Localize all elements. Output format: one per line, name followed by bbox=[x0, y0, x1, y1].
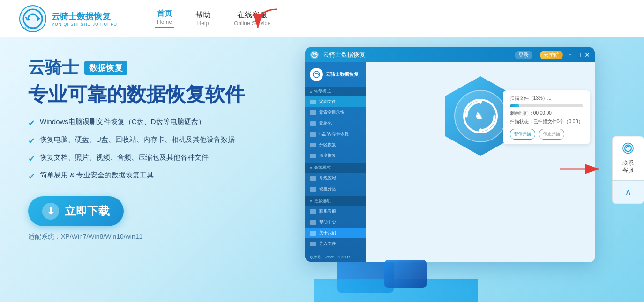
mockup-menu-icon-3 bbox=[310, 121, 316, 126]
red-arrow-nav-svg bbox=[248, 5, 286, 33]
mockup-menu-icon-11 bbox=[310, 231, 316, 236]
mockup-menu-item-5[interactable]: 分区恢复 bbox=[305, 140, 366, 150]
download-button[interactable]: ⬇ 立即下载 bbox=[28, 196, 124, 226]
feature-3-text: 恢复文档、照片、视频、音频、压缩包及其他各种文件 bbox=[40, 152, 209, 163]
nav-home-cn: 首页 bbox=[157, 9, 172, 19]
mockup-menu-icon-5 bbox=[310, 143, 316, 147]
check-icon-4: ✔ bbox=[28, 170, 35, 183]
main-title: 专业可靠的数据恢复软件 bbox=[28, 83, 272, 106]
mockup-menu-icon-2 bbox=[310, 110, 316, 115]
mockup-sidebar-title: 云骑士数据恢复 bbox=[326, 71, 359, 78]
app-mockup: 云骑士数据恢复 登录 云护航 － □ ✕ bbox=[305, 47, 595, 262]
mockup-menu-item-10[interactable]: 帮助中心 bbox=[305, 217, 366, 228]
mockup-version: 版本号：v2021.11.6.111 bbox=[305, 251, 366, 262]
nav-home[interactable]: 首页 Home bbox=[155, 9, 174, 28]
mockup-menu-icon-12 bbox=[310, 242, 316, 246]
scan-buttons: 暂停扫描 停止扫描 bbox=[510, 129, 583, 140]
mockup-menu-item-6[interactable]: 深度恢复 bbox=[305, 150, 366, 161]
right-widgets: 联系客服 ∧ bbox=[612, 136, 644, 204]
mockup-logo-icon bbox=[310, 50, 319, 59]
mockup-menu-item-9[interactable]: 联系客服 bbox=[305, 206, 366, 217]
scan-status: 扫描文件（13%）... bbox=[510, 95, 583, 102]
mockup-maximize[interactable]: □ bbox=[577, 51, 581, 59]
download-icon: ⬇ bbox=[42, 203, 59, 220]
scan-progress-bar bbox=[510, 104, 583, 107]
download-label: 立即下载 bbox=[65, 204, 110, 219]
up-arrow-icon: ∧ bbox=[625, 186, 632, 198]
mockup-menu-item-2[interactable]: 意索空目录恢 bbox=[305, 107, 366, 118]
scan-info-panel: 扫描文件（13%）... 剩余时间：00:00:00 扫描状态：已扫描文件0个（… bbox=[503, 90, 590, 144]
compat-text: 适配系统：XP/Win7/Win8/Win10/win11 bbox=[28, 233, 272, 241]
mockup-menu-item-7[interactable]: 常规区域 bbox=[305, 173, 366, 184]
nav-arrow-indicator bbox=[248, 5, 286, 35]
mockup-menu-icon-9 bbox=[310, 209, 316, 214]
mockup-menu-icon-6 bbox=[310, 154, 316, 158]
deco-shape-2 bbox=[384, 260, 427, 288]
mockup-title: 云骑士数据恢复 bbox=[323, 51, 366, 59]
logo-cn: 云骑士数据恢复 bbox=[52, 11, 117, 22]
header: YUN QI SHI 云骑士数据恢复 YUN QI SHI SHU JU HUI… bbox=[0, 0, 644, 37]
check-icon-2: ✔ bbox=[28, 135, 35, 147]
mockup-menu-item-3[interactable]: 意格化 bbox=[305, 118, 366, 129]
hero-section: 云骑士 数据恢复 专业可靠的数据恢复软件 ✔ Windows电脑误删文件恢复（C… bbox=[0, 37, 291, 302]
red-arrow-right-svg bbox=[560, 160, 607, 178]
nav-home-en: Home bbox=[157, 19, 172, 25]
mockup-section-wait: ≡ 会等模式 常规区域 硬盘分区 bbox=[305, 163, 366, 194]
mockup-login[interactable]: 登录 bbox=[515, 51, 532, 59]
logo-text: 云骑士数据恢复 YUN QI SHI SHU JU HUI FU bbox=[52, 11, 117, 27]
feature-3: ✔ 恢复文档、照片、视频、音频、压缩包及其他各种文件 bbox=[28, 152, 272, 165]
mockup-menu-icon-10 bbox=[310, 220, 316, 225]
scan-progress-fill bbox=[510, 104, 519, 107]
logo-pinyin: YUN QI SHI SHU JU HUI FU bbox=[52, 22, 117, 27]
mockup-close[interactable]: ✕ bbox=[584, 51, 590, 59]
mockup-menu-icon-7 bbox=[310, 176, 316, 181]
logo-icon: YUN QI SHI bbox=[19, 5, 47, 33]
feature-2: ✔ 恢复电脑、硬盘、U盘、回收站、内存卡、相机及其他设备数据 bbox=[28, 134, 272, 147]
mockup-menu-item-11[interactable]: 关于我们 bbox=[305, 228, 366, 238]
mockup-sidebar: 云骑士数据恢复 ≡ 恢复模式 定期文件 bbox=[305, 62, 366, 262]
red-arrow-right bbox=[560, 160, 607, 180]
nav-help-en: Help bbox=[197, 20, 209, 27]
mockup-menu-item-1[interactable]: 定期文件 bbox=[305, 96, 366, 107]
mockup-section-restore: ≡ 恢复模式 定期文件 意索空目录恢 意格 bbox=[305, 87, 366, 161]
contact-widget[interactable]: 联系客服 bbox=[612, 136, 644, 180]
mockup-controls: 登录 云护航 － □ ✕ bbox=[515, 51, 590, 59]
contact-icon bbox=[622, 142, 634, 157]
mockup-sidebar-logo: 云骑士数据恢复 bbox=[305, 62, 366, 87]
mockup-section-restore-header: ≡ 恢复模式 bbox=[305, 87, 366, 96]
feature-1: ✔ Windows电脑误删文件恢复（C盘、D盘等电脑硬盘） bbox=[28, 117, 272, 130]
mockup-section-more: ≡ 更多选项 联系客服 帮助中心 关于我们 bbox=[305, 196, 366, 249]
brand-name: 云骑士 bbox=[28, 56, 79, 79]
features-list: ✔ Windows电脑误删文件恢复（C盘、D盘等电脑硬盘） ✔ 恢复电脑、硬盘、… bbox=[28, 117, 272, 183]
mockup-menu-item-8[interactable]: 硬盘分区 bbox=[305, 184, 366, 194]
mockup-menu-icon-4 bbox=[310, 132, 316, 137]
brand-title: 云骑士 数据恢复 bbox=[28, 56, 272, 79]
mockup-sidebar-icon bbox=[310, 68, 323, 81]
mockup-titlebar: 云骑士数据恢复 登录 云护航 － □ ✕ bbox=[305, 47, 595, 62]
feature-1-text: Windows电脑误删文件恢复（C盘、D盘等电脑硬盘） bbox=[40, 117, 205, 127]
mockup-sidebar-logo-svg bbox=[313, 71, 320, 78]
check-icon-3: ✔ bbox=[28, 153, 35, 165]
svg-text:♞: ♞ bbox=[474, 110, 484, 122]
scan-progress-text: 扫描状态：已扫描文件0个（0.0B） bbox=[510, 118, 583, 125]
nav-help[interactable]: 帮助 Help bbox=[193, 10, 213, 27]
logo: YUN QI SHI 云骑士数据恢复 YUN QI SHI SHU JU HUI… bbox=[19, 5, 117, 33]
mockup-section-more-header: ≡ 更多选项 bbox=[305, 196, 366, 206]
nav-help-cn: 帮助 bbox=[195, 10, 210, 20]
mockup-menu-icon-8 bbox=[310, 187, 316, 192]
contact-svg-icon bbox=[622, 142, 634, 154]
brand-badge: 数据恢复 bbox=[84, 61, 127, 75]
feature-2-text: 恢复电脑、硬盘、U盘、回收站、内存卡、相机及其他设备数据 bbox=[40, 134, 235, 145]
scan-time: 剩余时间：00:00:00 bbox=[510, 110, 583, 117]
svg-text:YUN QI SHI: YUN QI SHI bbox=[23, 27, 39, 29]
mockup-body: 云骑士数据恢复 ≡ 恢复模式 定期文件 bbox=[305, 62, 595, 262]
mockup-menu-item-4[interactable]: U盘/内存卡恢复 bbox=[305, 129, 366, 140]
mockup-vip[interactable]: 云护航 bbox=[540, 51, 563, 59]
mockup-menu-item-12[interactable]: 导入文件 bbox=[305, 238, 366, 249]
feature-4: ✔ 简单易用 & 专业安全的数据恢复工具 bbox=[28, 170, 272, 183]
pause-scan-button[interactable]: 暂停扫描 bbox=[510, 129, 535, 140]
mockup-minimize[interactable]: － bbox=[567, 51, 573, 59]
scroll-top-widget[interactable]: ∧ bbox=[612, 180, 644, 204]
contact-label: 联系客服 bbox=[622, 160, 634, 174]
stop-scan-button[interactable]: 停止扫描 bbox=[539, 129, 564, 140]
